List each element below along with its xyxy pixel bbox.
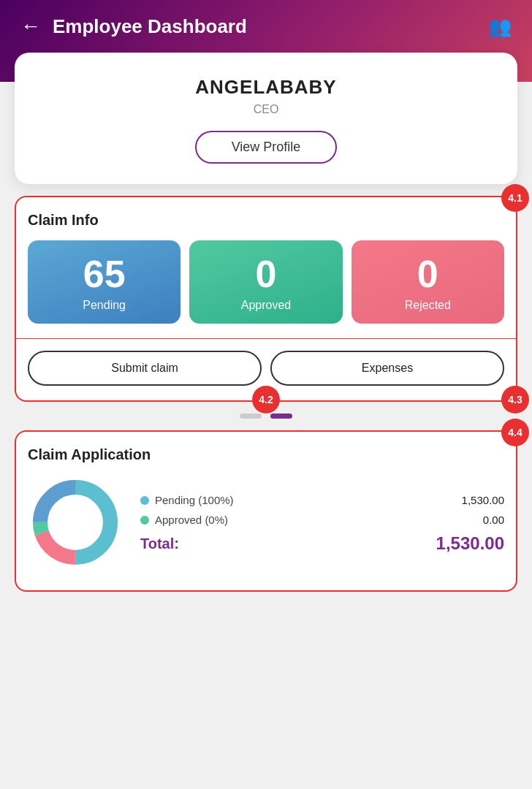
pending-count: 65 (37, 255, 172, 293)
approved-legend-value: 0.00 (483, 514, 504, 526)
pending-dot (140, 496, 149, 505)
svg-point-5 (51, 498, 99, 546)
annotation-4-2: 4.2 (252, 386, 280, 413)
submit-claim-button[interactable]: Submit claim (28, 351, 262, 386)
total-label: Total: (140, 535, 179, 552)
claim-info-section: 4.1 Claim Info 65 Pending 0 Approved 0 R… (15, 196, 517, 402)
claim-app-body: Pending (100%) 1,530.00 Approved (0%) 0.… (28, 475, 504, 573)
rejected-card: 0 Rejected (352, 240, 504, 324)
claim-application-section: 4.4 Claim Application (15, 430, 517, 592)
annotation-4-4: 4.4 (501, 419, 529, 446)
claim-legend: Pending (100%) 1,530.00 Approved (0%) 0.… (140, 494, 504, 554)
total-row: Total: 1,530.00 (140, 533, 504, 554)
legend-row-approved: Approved (0%) 0.00 (140, 514, 504, 526)
pending-legend-label: Pending (100%) (140, 494, 462, 506)
dot-1 (240, 413, 262, 419)
rejected-count: 0 (360, 255, 495, 293)
approved-count: 0 (198, 255, 333, 293)
rejected-label: Rejected (360, 299, 495, 312)
donut-chart (28, 475, 123, 570)
approved-label: Approved (198, 299, 333, 312)
employee-name: ANGELABABY (32, 76, 500, 99)
pending-card: 65 Pending (28, 240, 180, 324)
users-icon[interactable]: 👥 (488, 15, 512, 38)
view-profile-button[interactable]: View Profile (195, 131, 338, 164)
header-left: ← Employee Dashboard (20, 15, 247, 38)
approved-legend-label: Approved (0%) (140, 514, 483, 526)
back-button[interactable]: ← (20, 15, 41, 38)
dot-2 (270, 413, 292, 419)
approved-card: 0 Approved (189, 240, 342, 324)
expenses-button[interactable]: Expenses (270, 351, 504, 386)
donut-chart-wrap (28, 475, 123, 573)
action-buttons-row: Submit claim Expenses (28, 351, 504, 386)
page-title: Employee Dashboard (53, 15, 247, 38)
annotation-4-3: 4.3 (501, 386, 529, 413)
claim-cards-row: 65 Pending 0 Approved 0 Rejected (28, 240, 504, 324)
claim-application-title: Claim Application (28, 446, 504, 463)
total-value: 1,530.00 (436, 533, 504, 554)
employee-role: CEO (32, 103, 500, 116)
claim-info-title: Claim Info (28, 212, 504, 229)
pending-label: Pending (37, 299, 172, 312)
pending-legend-value: 1,530.00 (462, 494, 504, 506)
approved-dot (140, 516, 149, 525)
profile-card: ANGELABABY CEO View Profile (15, 53, 517, 184)
legend-row-pending: Pending (100%) 1,530.00 (140, 494, 504, 506)
annotation-4-1: 4.1 (501, 184, 529, 212)
page-indicators (0, 413, 532, 419)
section-divider (16, 338, 516, 339)
